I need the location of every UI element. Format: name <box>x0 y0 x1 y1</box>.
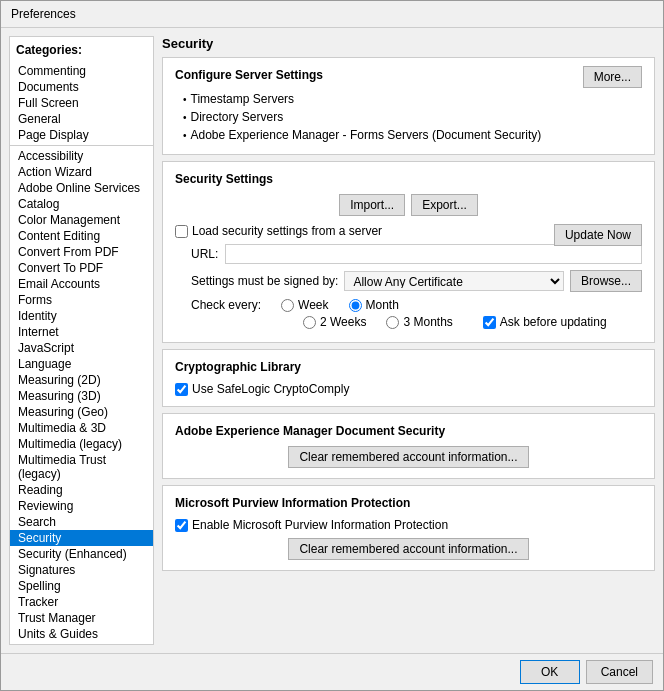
radio-group: Check every: Week Month <box>175 298 642 332</box>
three-months-radio-label: 3 Months <box>386 315 452 329</box>
load-settings-label: Load security settings from a server <box>192 224 382 238</box>
sidebar-item-identity[interactable]: Identity <box>10 308 153 324</box>
sidebar-item-signatures[interactable]: Signatures <box>10 562 153 578</box>
purview-clear-button[interactable]: Clear remembered account information... <box>288 538 528 560</box>
use-safelogic-checkbox[interactable] <box>175 383 188 396</box>
security-settings-section: Security Settings Import... Export... Up… <box>162 161 655 343</box>
sidebar-item-reading[interactable]: Reading <box>10 482 153 498</box>
adobe-clear-button[interactable]: Clear remembered account information... <box>288 446 528 468</box>
export-button[interactable]: Export... <box>411 194 478 216</box>
sidebar-item-internet[interactable]: Internet <box>10 324 153 340</box>
server-item-2: • Directory Servers <box>175 108 642 126</box>
content-area: Categories: CommentingDocumentsFull Scre… <box>1 28 663 653</box>
sidebar-item-measuring-2d[interactable]: Measuring (2D) <box>10 372 153 388</box>
sidebar-item-language[interactable]: Language <box>10 356 153 372</box>
url-label: URL: <box>191 247 219 261</box>
week-label: Week <box>298 298 328 312</box>
adobe-exp-title: Adobe Experience Manager Document Securi… <box>175 424 642 438</box>
sidebar-item-full-screen[interactable]: Full Screen <box>10 95 153 111</box>
sidebar: Categories: CommentingDocumentsFull Scre… <box>9 36 154 645</box>
sidebar-item-spelling[interactable]: Spelling <box>10 578 153 594</box>
week-radio[interactable] <box>281 299 294 312</box>
sidebar-item-action-wizard[interactable]: Action Wizard <box>10 164 153 180</box>
import-button[interactable]: Import... <box>339 194 405 216</box>
ask-checkbox[interactable] <box>483 316 496 329</box>
sidebar-item-commenting[interactable]: Commenting <box>10 63 153 79</box>
server-item-3: • Adobe Experience Manager - Forms Serve… <box>175 126 642 144</box>
three-months-label: 3 Months <box>403 315 452 329</box>
browse-button[interactable]: Browse... <box>570 270 642 292</box>
use-safelogic-label: Use SafeLogic CryptoComply <box>192 382 349 396</box>
sidebar-item-javascript[interactable]: JavaScript <box>10 340 153 356</box>
sidebar-item-measuring-3d[interactable]: Measuring (3D) <box>10 388 153 404</box>
three-months-radio[interactable] <box>386 316 399 329</box>
preferences-window: Preferences Categories: CommentingDocume… <box>0 0 664 691</box>
sidebar-item-reviewing[interactable]: Reviewing <box>10 498 153 514</box>
url-row: URL: <box>175 244 642 264</box>
sidebar-item-color-management[interactable]: Color Management <box>10 212 153 228</box>
categories-label: Categories: <box>10 41 153 61</box>
sidebar-item-search[interactable]: Search <box>10 514 153 530</box>
sidebar-item-page-display[interactable]: Page Display <box>10 127 153 143</box>
sidebar-item-multimedia-trust[interactable]: Multimedia Trust (legacy) <box>10 452 153 482</box>
sidebar-item-forms[interactable]: Forms <box>10 292 153 308</box>
section-title: Security <box>162 36 655 51</box>
month-radio-label: Month <box>349 298 399 312</box>
sidebar-item-measuring-geo[interactable]: Measuring (Geo) <box>10 404 153 420</box>
sidebar-item-security-enhanced[interactable]: Security (Enhanced) <box>10 546 153 562</box>
signed-by-select[interactable]: Allow Any Certificate <box>344 271 564 291</box>
sidebar-item-adobe-online[interactable]: Adobe Online Services <box>10 180 153 196</box>
purview-clear-btn-wrap: Clear remembered account information... <box>175 538 642 560</box>
adobe-clear-btn-wrap: Clear remembered account information... <box>175 446 642 468</box>
load-settings-checkbox[interactable] <box>175 225 188 238</box>
bullet-2: • <box>183 112 187 123</box>
enable-purview-checkbox[interactable] <box>175 519 188 532</box>
sidebar-item-convert-from-pdf[interactable]: Convert From PDF <box>10 244 153 260</box>
server-item-2-label: Directory Servers <box>191 110 284 124</box>
server-settings-block: Configure Server Settings More... • Time… <box>175 68 642 144</box>
sidebar-item-content-editing[interactable]: Content Editing <box>10 228 153 244</box>
sidebar-group-2: AccessibilityAction WizardAdobe Online S… <box>10 148 153 645</box>
ask-checkbox-label: Ask before updating <box>483 315 607 329</box>
cancel-button[interactable]: Cancel <box>586 660 653 684</box>
sidebar-item-multimedia-3d[interactable]: Multimedia & 3D <box>10 420 153 436</box>
adobe-exp-section: Adobe Experience Manager Document Securi… <box>162 413 655 479</box>
sidebar-item-general[interactable]: General <box>10 111 153 127</box>
ok-button[interactable]: OK <box>520 660 580 684</box>
radio-line-1: Check every: Week Month <box>191 298 642 312</box>
month-radio[interactable] <box>349 299 362 312</box>
two-weeks-label: 2 Weeks <box>320 315 366 329</box>
sidebar-item-accessibility[interactable]: Accessibility <box>10 148 153 164</box>
configure-server-title: Configure Server Settings <box>175 68 642 82</box>
ms-purview-title: Microsoft Purview Information Protection <box>175 496 642 510</box>
ask-label: Ask before updating <box>500 315 607 329</box>
sidebar-item-multimedia-legacy[interactable]: Multimedia (legacy) <box>10 436 153 452</box>
bullet-1: • <box>183 94 187 105</box>
main-panel: Security Configure Server Settings More.… <box>162 36 655 645</box>
sidebar-item-tracker[interactable]: Tracker <box>10 594 153 610</box>
sidebar-item-trust-manager[interactable]: Trust Manager <box>10 610 153 626</box>
two-weeks-radio-label: 2 Weeks <box>303 315 366 329</box>
sidebar-item-convert-to-pdf[interactable]: Convert To PDF <box>10 260 153 276</box>
sidebar-item-units-guides[interactable]: Units & Guides <box>10 626 153 642</box>
month-label: Month <box>366 298 399 312</box>
sidebar-item-security[interactable]: Security <box>10 530 153 546</box>
signed-row: Settings must be signed by: Allow Any Ce… <box>175 270 642 292</box>
sidebar-item-documents[interactable]: Documents <box>10 79 153 95</box>
title-bar: Preferences <box>1 1 663 28</box>
crypto-title: Cryptographic Library <box>175 360 642 374</box>
url-input[interactable] <box>225 244 642 264</box>
ms-purview-checkbox-row: Enable Microsoft Purview Information Pro… <box>175 518 642 532</box>
bullet-3: • <box>183 130 187 141</box>
ms-purview-section: Microsoft Purview Information Protection… <box>162 485 655 571</box>
sidebar-item-catalog[interactable]: Catalog <box>10 196 153 212</box>
sidebar-item-updater[interactable]: Updater <box>10 642 153 645</box>
sidebar-group-1: CommentingDocumentsFull ScreenGeneralPag… <box>10 61 153 146</box>
sidebar-item-email-accounts[interactable]: Email Accounts <box>10 276 153 292</box>
two-weeks-radio[interactable] <box>303 316 316 329</box>
radio-line-2: 2 Weeks 3 Months Ask before updating <box>191 315 642 329</box>
update-now-button[interactable]: Update Now <box>554 224 642 246</box>
window-title: Preferences <box>11 7 76 21</box>
more-button[interactable]: More... <box>583 66 642 88</box>
security-settings-title: Security Settings <box>175 172 642 186</box>
